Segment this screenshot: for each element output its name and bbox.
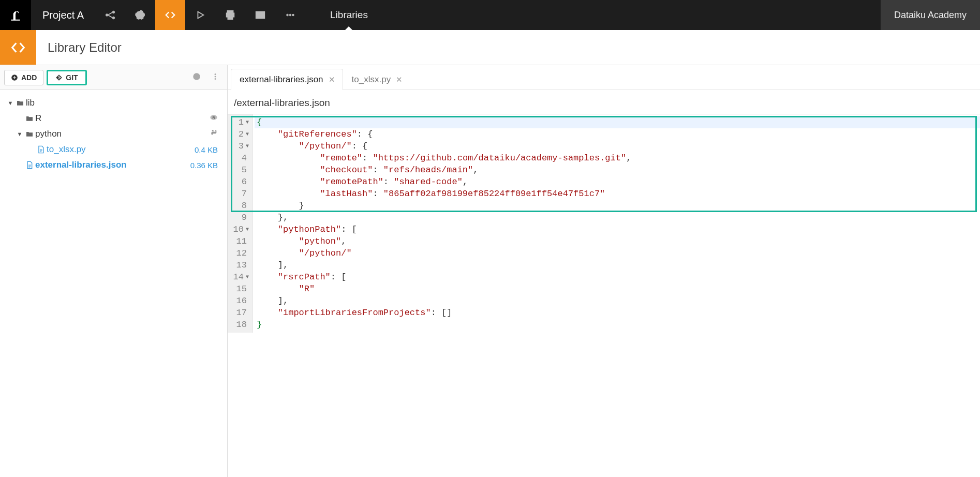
git-button[interactable]: GIT <box>47 70 86 85</box>
left-toolbar: ADD GIT <box>0 65 227 90</box>
tree-folder-python[interactable]: ▼ python <box>4 126 223 142</box>
tree-label: python <box>35 129 210 139</box>
svg-rect-5 <box>228 16 232 19</box>
right-panel: external-libraries.json ✕ to_xlsx.py ✕ /… <box>228 65 980 477</box>
line-number: 12 <box>236 247 247 259</box>
line-number: 16 <box>236 295 247 307</box>
line-number: 2 <box>239 128 244 140</box>
svg-point-18 <box>196 76 197 77</box>
svg-point-10 <box>289 14 291 16</box>
line-number: 4 <box>242 152 247 164</box>
line-number: 9 <box>242 212 247 223</box>
editor-wrap: 1▼ 2▼ 3▼ 4 5 6 7 8 9 10▼ 11 12 13 14▼ 15 <box>228 114 980 477</box>
plus-circle-icon <box>11 74 18 81</box>
section-label[interactable]: Libraries <box>316 0 382 30</box>
tree-label: to_xlsx.py <box>47 144 195 155</box>
more-icon[interactable] <box>275 0 305 30</box>
line-number: 8 <box>242 200 247 212</box>
fold-icon[interactable]: ▼ <box>246 223 249 235</box>
svg-point-1 <box>112 11 115 13</box>
line-number: 15 <box>236 283 247 295</box>
python-icon <box>210 129 221 140</box>
play-icon[interactable] <box>185 0 215 30</box>
gutter: 1▼ 2▼ 3▼ 4 5 6 7 8 9 10▼ 11 12 13 14▼ 15 <box>228 114 253 333</box>
close-icon[interactable]: ✕ <box>329 75 335 84</box>
tree-file-external-libraries[interactable]: external-libraries.json 0.36 KB <box>4 157 223 173</box>
line-number: 11 <box>236 235 247 247</box>
code-lines[interactable]: { "gitReferences": { "/python/": { "remo… <box>253 114 980 333</box>
tab-label: external-libraries.json <box>240 74 323 85</box>
git-button-label: GIT <box>66 73 78 82</box>
project-name[interactable]: Project A <box>31 0 95 30</box>
flow-icon[interactable] <box>95 0 125 30</box>
caret-down-icon: ▼ <box>16 131 24 137</box>
main: ADD GIT ▼ lib R R <box>0 65 980 477</box>
target-icon[interactable] <box>189 69 204 86</box>
file-icon <box>35 145 47 154</box>
nav-icons <box>95 0 305 30</box>
dataiku-logo[interactable] <box>0 0 31 30</box>
circle-icon[interactable] <box>125 0 155 30</box>
academy-label[interactable]: Dataiku Academy <box>881 0 980 30</box>
r-lang-icon: R <box>210 113 221 124</box>
svg-point-2 <box>112 17 115 19</box>
folder-icon <box>24 114 35 123</box>
svg-point-9 <box>287 14 289 16</box>
file-icon <box>24 161 35 169</box>
svg-point-19 <box>215 73 216 75</box>
kebab-icon[interactable] <box>207 69 223 86</box>
line-number: 14 <box>233 271 244 283</box>
line-number: 1 <box>239 116 244 128</box>
left-panel: ADD GIT ▼ lib R R <box>0 65 228 477</box>
tree-label: R <box>35 113 210 124</box>
tab-external-libraries[interactable]: external-libraries.json ✕ <box>231 69 343 90</box>
subheader: Library Editor <box>0 30 980 65</box>
tree-folder-lib[interactable]: ▼ lib <box>4 95 223 111</box>
fold-icon[interactable]: ▼ <box>246 271 249 283</box>
svg-point-20 <box>215 76 216 77</box>
line-number: 10 <box>233 223 244 235</box>
code-editor[interactable]: 1▼ 2▼ 3▼ 4 5 6 7 8 9 10▼ 11 12 13 14▼ 15 <box>228 114 980 333</box>
line-number: 3 <box>239 140 244 152</box>
close-icon[interactable]: ✕ <box>396 75 403 84</box>
tab-to-xlsx[interactable]: to_xlsx.py ✕ <box>343 69 411 90</box>
editor-tabs: external-libraries.json ✕ to_xlsx.py ✕ <box>228 65 980 90</box>
file-size: 0.4 KB <box>195 145 221 154</box>
line-number: 17 <box>236 307 247 319</box>
library-editor-icon <box>0 30 36 65</box>
fold-icon[interactable]: ▼ <box>246 116 249 128</box>
svg-point-0 <box>106 14 108 17</box>
add-button[interactable]: ADD <box>4 70 43 85</box>
line-number: 6 <box>242 176 247 188</box>
add-button-label: ADD <box>21 73 37 82</box>
line-number: 18 <box>236 319 247 331</box>
file-path: /external-libraries.json <box>228 90 980 114</box>
folder-icon <box>14 99 26 107</box>
git-icon <box>55 74 63 81</box>
tree-label: lib <box>26 98 221 108</box>
svg-text:R: R <box>213 115 215 119</box>
folder-icon <box>24 130 35 138</box>
fold-icon[interactable]: ▼ <box>246 128 249 140</box>
tree-folder-r[interactable]: R R <box>4 111 223 126</box>
line-number: 13 <box>236 259 247 271</box>
file-size: 0.36 KB <box>190 161 221 170</box>
page-title: Library Editor <box>36 30 133 65</box>
caret-down-icon: ▼ <box>6 100 14 106</box>
topbar: Project A Libraries Dataiku Academy <box>0 0 980 30</box>
print-icon[interactable] <box>215 0 245 30</box>
fold-icon[interactable]: ▼ <box>246 140 249 152</box>
line-number: 5 <box>242 164 247 176</box>
tab-label: to_xlsx.py <box>352 74 391 85</box>
layout-icon[interactable] <box>245 0 275 30</box>
tree-label: external-libraries.json <box>35 160 190 170</box>
tree-file-to-xlsx[interactable]: to_xlsx.py 0.4 KB <box>4 142 223 157</box>
svg-point-21 <box>215 78 216 80</box>
code-icon[interactable] <box>155 0 185 30</box>
file-tree: ▼ lib R R ▼ python to_xlsx.py 0.4 KB <box>0 90 227 178</box>
line-number: 7 <box>242 188 247 200</box>
svg-point-11 <box>292 14 294 16</box>
